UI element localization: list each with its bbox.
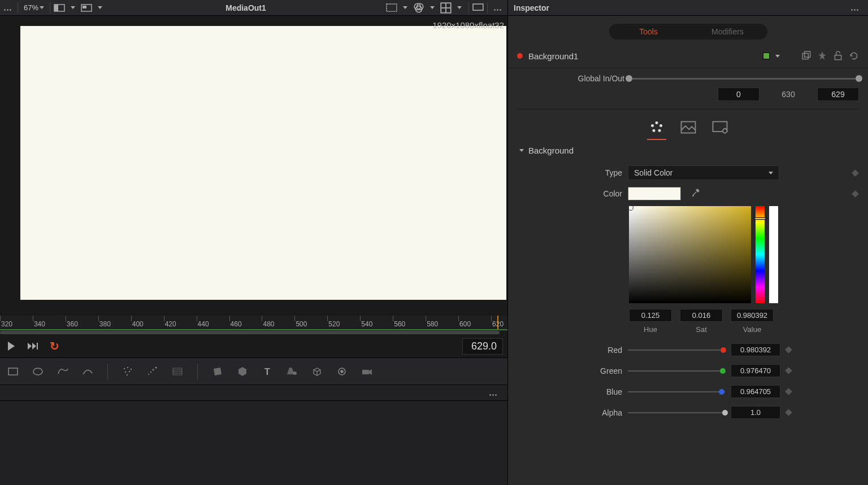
node-area[interactable] bbox=[0, 384, 507, 485]
keyframe-diamond-icon[interactable] bbox=[785, 346, 792, 353]
sat-field[interactable]: 0.016 bbox=[680, 309, 723, 322]
alpha-slider[interactable] bbox=[769, 206, 778, 303]
layout-split-icon[interactable] bbox=[54, 3, 65, 12]
alpha-field[interactable]: 1.0 bbox=[731, 406, 780, 419]
range-handle-out[interactable] bbox=[856, 75, 862, 82]
svg-point-43 bbox=[723, 129, 727, 133]
keyframe-diamond-icon[interactable] bbox=[852, 169, 859, 177]
timecode-field[interactable]: 629.0 bbox=[462, 338, 503, 355]
red-field[interactable]: 0.980392 bbox=[731, 343, 780, 356]
ellipse-tool-icon[interactable] bbox=[31, 364, 45, 379]
slider-handle[interactable] bbox=[721, 347, 726, 353]
monitor-icon[interactable] bbox=[472, 3, 484, 12]
timeline-ruler[interactable]: 3203403603804004204404604805005205405605… bbox=[0, 316, 507, 330]
type-dropdown[interactable]: Solid Color bbox=[628, 165, 779, 180]
node-name[interactable]: Background1 bbox=[528, 51, 757, 61]
chevron-down-icon[interactable] bbox=[400, 3, 411, 12]
global-in-field[interactable]: 0 bbox=[718, 88, 760, 101]
grid-icon[interactable] bbox=[440, 3, 452, 12]
global-range-slider[interactable] bbox=[629, 78, 859, 80]
options-icon[interactable] bbox=[485, 388, 501, 398]
chevron-down-icon[interactable] bbox=[454, 3, 465, 12]
eyedropper-icon[interactable] bbox=[691, 188, 700, 199]
slider-handle[interactable] bbox=[720, 368, 726, 374]
polyline-tool-icon[interactable] bbox=[55, 364, 70, 379]
chevron-down-icon[interactable] bbox=[427, 3, 438, 12]
reset-icon[interactable] bbox=[849, 51, 859, 61]
chevron-down-icon[interactable] bbox=[67, 3, 79, 12]
scrollbar-thumb[interactable] bbox=[0, 331, 500, 334]
versions-icon[interactable] bbox=[801, 51, 811, 61]
timeline-scrollbar[interactable] bbox=[0, 330, 507, 335]
plane-icon[interactable] bbox=[210, 364, 225, 379]
green-slider[interactable] bbox=[628, 370, 725, 372]
section-background-toggle[interactable]: Background bbox=[517, 141, 859, 160]
cube-icon[interactable] bbox=[310, 364, 324, 379]
ruler-tick: 600 bbox=[458, 316, 459, 330]
keyframe-diamond-icon[interactable] bbox=[852, 190, 859, 198]
blue-slider[interactable] bbox=[628, 391, 725, 392]
viewer-canvas[interactable] bbox=[20, 26, 506, 300]
keyframe-diamond-icon[interactable] bbox=[785, 409, 792, 416]
tab-tools[interactable]: Tools bbox=[609, 24, 688, 40]
chevron-down-icon[interactable] bbox=[94, 3, 106, 12]
go-to-end-button[interactable] bbox=[26, 339, 40, 353]
saturation-value-box[interactable] bbox=[629, 206, 751, 303]
global-duration-text: 630 bbox=[767, 90, 809, 99]
zoom-dropdown[interactable]: 67% bbox=[20, 3, 47, 12]
chevron-down-icon[interactable] bbox=[775, 55, 780, 58]
red-slider[interactable] bbox=[628, 349, 725, 351]
tool-color-dot-icon[interactable] bbox=[517, 53, 523, 59]
hue-slider[interactable] bbox=[756, 206, 765, 303]
options-icon[interactable] bbox=[490, 3, 505, 13]
image-tab-icon[interactable] bbox=[680, 119, 697, 136]
inspector-subtabs bbox=[517, 109, 859, 141]
hue-marker[interactable] bbox=[754, 217, 766, 220]
sv-marker[interactable] bbox=[628, 205, 633, 211]
type-label: Type bbox=[517, 168, 622, 177]
color-swatch[interactable] bbox=[628, 187, 681, 200]
blue-field[interactable]: 0.964705 bbox=[731, 385, 780, 398]
roi-icon[interactable] bbox=[386, 3, 397, 12]
viewer-title: MediaOut1 bbox=[107, 3, 385, 12]
keyframe-diamond-icon[interactable] bbox=[785, 388, 792, 395]
bspline-tool-icon[interactable] bbox=[80, 364, 95, 379]
rectangle-tool-icon[interactable] bbox=[6, 364, 20, 379]
slider-handle[interactable] bbox=[719, 389, 724, 395]
svg-point-15 bbox=[127, 366, 128, 368]
lens-icon[interactable] bbox=[335, 364, 349, 379]
playhead-marker[interactable] bbox=[497, 316, 498, 330]
lock-icon[interactable] bbox=[833, 51, 843, 61]
color-picker bbox=[629, 206, 859, 303]
text-tool-icon[interactable]: T bbox=[260, 364, 275, 379]
particles-direction-icon[interactable] bbox=[145, 364, 160, 379]
options-icon[interactable] bbox=[847, 3, 862, 13]
keyframe-diamond-icon[interactable] bbox=[785, 367, 792, 374]
settings-tab-icon[interactable] bbox=[711, 119, 728, 136]
green-field[interactable]: 0.976470 bbox=[731, 364, 780, 377]
camera-icon[interactable] bbox=[359, 364, 374, 379]
shape3d-icon[interactable] bbox=[235, 364, 250, 379]
options-icon[interactable] bbox=[0, 3, 15, 13]
svg-rect-12 bbox=[8, 368, 18, 375]
hue-field[interactable]: 0.125 bbox=[629, 309, 672, 322]
viewer-area[interactable]: 1920x1080xfloat32 bbox=[0, 16, 507, 300]
range-handle-in[interactable] bbox=[626, 75, 632, 82]
layout-single-icon[interactable] bbox=[81, 3, 92, 12]
tile-color-icon[interactable] bbox=[763, 53, 770, 59]
value-field[interactable]: 0.980392 bbox=[731, 309, 774, 322]
noise-icon[interactable] bbox=[170, 364, 185, 379]
pin-icon[interactable] bbox=[817, 51, 827, 61]
red-label: Red bbox=[517, 346, 622, 355]
alpha-slider-row[interactable] bbox=[628, 412, 725, 413]
slider-handle[interactable] bbox=[722, 410, 728, 416]
play-button[interactable] bbox=[5, 339, 18, 353]
tab-modifiers[interactable]: Modifiers bbox=[688, 24, 767, 40]
particles-icon[interactable] bbox=[120, 364, 135, 379]
loop-button[interactable]: ↻ bbox=[47, 339, 61, 353]
color-tab-icon[interactable] bbox=[648, 119, 665, 136]
channels-icon[interactable] bbox=[413, 3, 424, 12]
global-out-field[interactable]: 629 bbox=[817, 88, 859, 101]
ruler-tick: 580 bbox=[426, 316, 426, 330]
spotlight-icon[interactable] bbox=[285, 364, 300, 379]
